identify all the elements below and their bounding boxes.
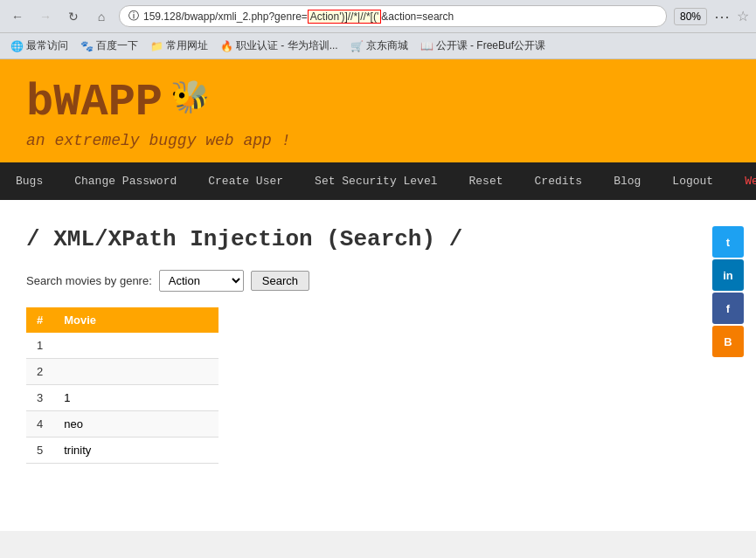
search-button[interactable]: Search bbox=[251, 271, 309, 291]
zoom-level[interactable]: 80% bbox=[674, 8, 707, 25]
nav-bar: Bugs Change Password Create User Set Sec… bbox=[0, 162, 756, 200]
table-row: 4neo bbox=[26, 411, 218, 437]
search-form: Search movies by genre: Action Comedy Dr… bbox=[26, 270, 686, 292]
nav-credits[interactable]: Credits bbox=[519, 162, 599, 200]
bee-icon: 🐝 bbox=[170, 79, 210, 114]
bookmark-zuichang[interactable]: 🌐 最常访问 bbox=[7, 37, 72, 55]
browser-chrome: ← → ↻ ⌂ ⓘ 159.128/bwapp/xmli_2.php?genre… bbox=[0, 0, 756, 33]
bookmark-jd[interactable]: 🛒 京东商城 bbox=[347, 37, 412, 55]
logo-b: b bbox=[26, 77, 53, 128]
bookmark-star[interactable]: ☆ bbox=[737, 8, 749, 24]
bookmark-label: 最常访问 bbox=[26, 38, 68, 53]
table-row: 2 bbox=[26, 359, 218, 385]
bookmark-baidu[interactable]: 🐾 百度一下 bbox=[77, 37, 142, 55]
jd-icon: 🛒 bbox=[350, 40, 364, 52]
nav-create-user[interactable]: Create User bbox=[192, 162, 299, 200]
menu-button[interactable]: ⋯ bbox=[714, 7, 730, 26]
address-highlighted: Action')]//*|//*[(' bbox=[308, 10, 381, 24]
forward-button[interactable]: → bbox=[35, 6, 56, 27]
changyong-icon: 📁 bbox=[150, 40, 163, 52]
cell-num: 4 bbox=[26, 411, 53, 437]
cell-movie bbox=[53, 359, 218, 385]
search-label: Search movies by genre: bbox=[26, 274, 152, 287]
nav-set-security-level[interactable]: Set Security Level bbox=[299, 162, 453, 200]
linkedin-button[interactable]: in bbox=[712, 259, 744, 291]
nav-logout[interactable]: Logout bbox=[656, 162, 729, 200]
facebook-button[interactable]: f bbox=[712, 293, 744, 324]
bookmark-label: 百度一下 bbox=[96, 38, 138, 53]
zuichang-icon: 🌐 bbox=[10, 40, 24, 52]
cell-num: 1 bbox=[26, 333, 53, 359]
bookmarks-bar: 🌐 最常访问 🐾 百度一下 📁 常用网址 🔥 职业认证 - 华为培训... 🛒 … bbox=[0, 33, 756, 59]
nav-change-password[interactable]: Change Password bbox=[59, 162, 192, 200]
home-button[interactable]: ⌂ bbox=[91, 6, 112, 27]
results-table: # Movie 12314neo5trinity bbox=[26, 307, 218, 464]
social-sidebar: t in f B bbox=[712, 217, 756, 472]
content-area: / XML/XPath Injection (Search) / Search … bbox=[0, 200, 756, 490]
address-text: 159.128/bwapp/xmli_2.php?genre=Action')]… bbox=[143, 10, 657, 23]
bookmark-label: 京东商城 bbox=[366, 38, 408, 53]
main-content: / XML/XPath Injection (Search) / Search … bbox=[0, 217, 712, 472]
cell-num: 3 bbox=[26, 385, 53, 411]
cell-num: 2 bbox=[26, 359, 53, 385]
site-logo: bWAPP bbox=[26, 77, 163, 128]
table-row: 1 bbox=[26, 333, 218, 359]
bookmark-changyong[interactable]: 📁 常用网址 bbox=[147, 37, 212, 55]
table-row: 31 bbox=[26, 385, 218, 411]
genre-select[interactable]: Action Comedy Drama Sci-Fi Horror bbox=[159, 270, 244, 292]
bookmark-label: 职业认证 - 华为培训... bbox=[236, 38, 338, 53]
bookmark-label: 常用网址 bbox=[166, 38, 208, 53]
site-header: bWAPP 🐝 an extremely buggy web app ! bbox=[0, 59, 756, 162]
page-title: / XML/XPath Injection (Search) / bbox=[26, 226, 686, 252]
cell-num: 5 bbox=[26, 437, 53, 464]
table-body: 12314neo5trinity bbox=[26, 333, 218, 464]
cell-movie bbox=[53, 333, 218, 359]
nav-bugs[interactable]: Bugs bbox=[0, 162, 59, 200]
cell-movie: neo bbox=[53, 411, 218, 437]
cell-movie: 1 bbox=[53, 385, 218, 411]
page-wrapper: bWAPP 🐝 an extremely buggy web app ! Bug… bbox=[0, 59, 756, 531]
bookmark-label: 公开课 - FreeBuf公开课 bbox=[436, 38, 545, 53]
address-bar[interactable]: ⓘ 159.128/bwapp/xmli_2.php?genre=Action'… bbox=[119, 5, 667, 27]
logo-area: bWAPP 🐝 bbox=[26, 77, 730, 128]
bookmark-huawei[interactable]: 🔥 职业认证 - 华为培训... bbox=[217, 37, 342, 55]
col-num-header: # bbox=[26, 307, 53, 333]
freebuf-icon: 📖 bbox=[420, 40, 433, 52]
table-row: 5trinity bbox=[26, 437, 218, 464]
reload-button[interactable]: ↻ bbox=[63, 6, 84, 27]
nav-blog[interactable]: Blog bbox=[598, 162, 656, 200]
col-movie-header: Movie bbox=[53, 307, 218, 333]
blogger-button[interactable]: B bbox=[712, 326, 744, 357]
tagline: an extremely buggy web app ! bbox=[26, 132, 730, 149]
logo-wapp: WAPP bbox=[53, 77, 163, 128]
twitter-button[interactable]: t bbox=[712, 226, 744, 258]
table-header-row: # Movie bbox=[26, 307, 218, 333]
back-button[interactable]: ← bbox=[7, 6, 28, 27]
huawei-icon: 🔥 bbox=[220, 40, 233, 52]
baidu-icon: 🐾 bbox=[80, 40, 94, 52]
cell-movie: trinity bbox=[53, 437, 218, 464]
bookmark-freebuf[interactable]: 📖 公开课 - FreeBuf公开课 bbox=[417, 37, 549, 55]
nav-web[interactable]: Web bbox=[729, 162, 756, 200]
security-icon: ⓘ bbox=[128, 9, 139, 24]
nav-reset[interactable]: Reset bbox=[454, 162, 519, 200]
